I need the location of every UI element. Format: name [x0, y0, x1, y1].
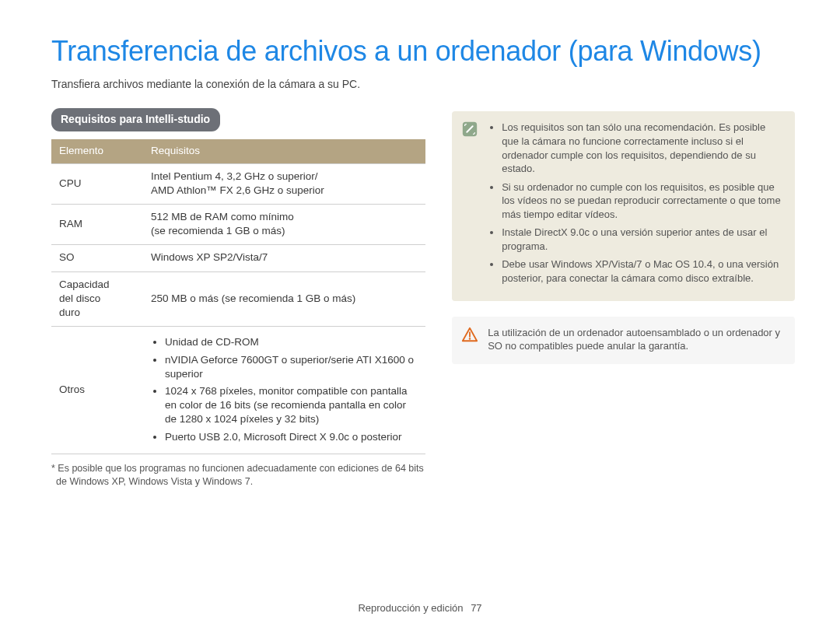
two-column-layout: Requisitos para Intelli-studio Elemento … [51, 108, 795, 498]
cell-label: RAM [51, 205, 143, 245]
table-row: Capacidad del disco duro 250 MB o más (s… [51, 271, 425, 327]
cell-value: 512 MB de RAM como mínimo (se recomienda… [143, 205, 425, 245]
footer-section-label: Reproducción y edición [358, 602, 463, 614]
cell-label-line: Capacidad [59, 278, 110, 290]
cell-label: Otros [51, 327, 143, 454]
cell-label-line: del disco [59, 292, 100, 304]
cell-value-line: Intel Pentium 4, 3,2 GHz o superior/ [151, 170, 318, 182]
cell-value: Intel Pentium 4, 3,2 GHz o superior/ AMD… [143, 163, 425, 204]
table-row: Otros Unidad de CD-ROM nVIDIA Geforce 76… [51, 327, 425, 454]
cell-value: Unidad de CD-ROM nVIDIA Geforce 7600GT o… [143, 327, 425, 454]
table-row: CPU Intel Pentium 4, 3,2 GHz o superior/… [51, 163, 425, 204]
table-row: SO Windows XP SP2/Vista/7 [51, 245, 425, 271]
note-icon [461, 121, 478, 289]
list-item: Debe usar Windows XP/Vista/7 o Mac OS 10… [502, 257, 784, 285]
table-header-element: Elemento [51, 139, 143, 163]
table-header-requirements: Requisitos [143, 139, 425, 163]
requirements-table: Elemento Requisitos CPU Intel Pentium 4,… [51, 139, 425, 454]
list-item: nVIDIA Geforce 7600GT o superior/serie A… [165, 353, 418, 381]
page-footer: Reproducción y edición 77 [0, 601, 840, 615]
page-subtitle: Transfiera archivos mediante la conexión… [51, 77, 795, 92]
cell-value-line: 512 MB de RAM como mínimo [151, 211, 294, 222]
cell-value-line: AMD Athlon™ FX 2,6 GHz o superior [151, 184, 324, 196]
list-item: Puerto USB 2.0, Microsoft Direct X 9.0c … [165, 430, 418, 444]
cell-label: CPU [51, 163, 143, 204]
cell-value: 250 MB o más (se recomienda 1 GB o más) [143, 271, 425, 327]
table-footnote: * Es posible que los programas no funcio… [51, 462, 425, 489]
table-row: RAM 512 MB de RAM como mínimo (se recomi… [51, 205, 425, 245]
left-column: Requisitos para Intelli-studio Elemento … [51, 108, 425, 498]
list-item: Unidad de CD-ROM [165, 335, 418, 349]
page-title: Transferencia de archivos a un ordenador… [51, 33, 795, 71]
svg-point-3 [469, 338, 471, 339]
warning-text: La utilización de un ordenador autoensam… [488, 326, 784, 353]
cell-label-line: duro [59, 306, 80, 318]
page-number: 77 [471, 602, 481, 614]
table-header-row: Elemento Requisitos [51, 139, 425, 163]
list-item: Instale DirectX 9.0c o una versión super… [502, 226, 784, 253]
list-item: 1024 x 768 píxeles, monitor compatible c… [165, 384, 418, 427]
section-chip: Requisitos para Intelli-studio [51, 108, 220, 131]
cell-label: Capacidad del disco duro [51, 271, 143, 327]
info-note-box: Los requisitos son tan sólo una recomend… [452, 111, 795, 300]
cell-value-line: (se recomienda 1 GB o más) [151, 225, 285, 236]
list-item: Los requisitos son tan sólo una recomend… [502, 121, 784, 175]
warning-box: La utilización de un ordenador autoensam… [452, 317, 795, 364]
cell-value: Windows XP SP2/Vista/7 [143, 245, 425, 271]
right-column: Los requisitos son tan sólo una recomend… [452, 108, 795, 498]
list-item: Si su ordenador no cumple con los requis… [502, 180, 784, 222]
warning-icon [461, 326, 478, 353]
manual-page: Transferencia de archivos a un ordenador… [0, 0, 840, 634]
info-note-list: Los requisitos son tan sólo una recomend… [488, 121, 784, 289]
cell-label: SO [51, 245, 143, 271]
others-list: Unidad de CD-ROM nVIDIA Geforce 7600GT o… [151, 335, 418, 444]
